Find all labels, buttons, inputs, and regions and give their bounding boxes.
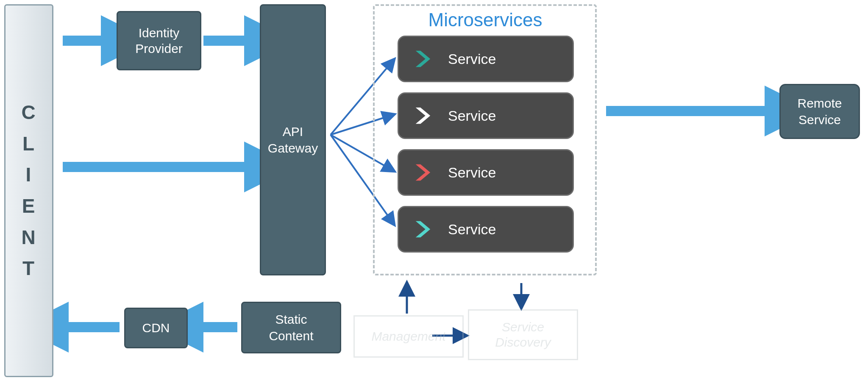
static-content-label: Static Content (269, 311, 313, 344)
service-box-3: Service (398, 149, 574, 196)
client-letter: N (21, 222, 36, 253)
service-label: Service (448, 51, 496, 67)
service-label: Service (448, 108, 496, 124)
microservices-title: Microservices (409, 9, 562, 31)
management-label: Management (371, 329, 445, 344)
service-label: Service (448, 221, 496, 238)
service-discovery-label: Service Discovery (495, 320, 551, 350)
chevron-icon (412, 49, 432, 69)
api-gateway-label: API Gateway (268, 123, 318, 156)
client-letter: E (22, 191, 36, 222)
client-letter: C (21, 97, 36, 128)
client-box: C L I E N T (4, 4, 53, 377)
chevron-icon (412, 163, 432, 182)
static-content-box: Static Content (241, 302, 341, 353)
diagram-stage: C L I E N T Identity Provider API Gatewa… (0, 0, 868, 389)
service-box-4: Service (398, 206, 574, 253)
service-label: Service (448, 164, 496, 181)
client-letter: I (26, 159, 32, 191)
cdn-box: CDN (124, 308, 188, 348)
chevron-icon (412, 220, 432, 239)
identity-provider-label: Identity Provider (135, 25, 183, 57)
client-letter: T (22, 253, 35, 284)
remote-service-box: Remote Service (779, 84, 860, 139)
service-box-2: Service (398, 92, 574, 139)
management-box: Management (353, 315, 464, 358)
api-gateway-box: API Gateway (260, 4, 326, 275)
remote-service-label: Remote Service (797, 95, 842, 128)
service-box-1: Service (398, 36, 574, 82)
client-letter: L (22, 128, 35, 160)
service-discovery-box: Service Discovery (468, 309, 578, 360)
identity-provider-box: Identity Provider (117, 11, 201, 70)
chevron-icon (412, 106, 432, 125)
cdn-label: CDN (142, 321, 170, 335)
